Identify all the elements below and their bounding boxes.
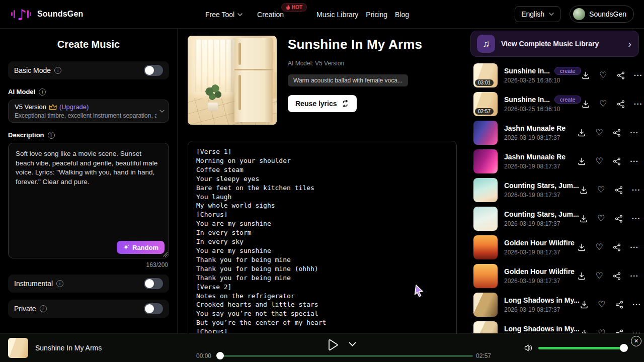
- track-row[interactable]: 02:57 Sunshine In... create 2026-03-25 1…: [470, 89, 644, 118]
- track-thumbnail[interactable]: [473, 264, 498, 288]
- toggle-knob: [145, 304, 154, 313]
- download-button[interactable]: [579, 214, 588, 223]
- more-button[interactable]: ···: [632, 300, 641, 309]
- share-icon: [615, 186, 623, 194]
- ellipsis-icon: ···: [632, 301, 641, 309]
- share-button[interactable]: [612, 272, 621, 281]
- seek-bar[interactable]: [220, 355, 473, 357]
- user-account-button[interactable]: SoundsGen: [570, 6, 634, 23]
- share-button[interactable]: [614, 214, 623, 223]
- language-selector[interactable]: English: [515, 6, 560, 22]
- more-button[interactable]: ···: [634, 100, 643, 109]
- upgrade-link[interactable]: (Upgrade): [59, 103, 89, 111]
- style-tag[interactable]: Warm acoustic ballad with female voca...: [288, 74, 408, 86]
- description-box: Soft love song like a movie scene. Sunse…: [8, 143, 169, 258]
- more-button[interactable]: ···: [634, 71, 643, 80]
- share-button[interactable]: [614, 186, 623, 195]
- download-button[interactable]: [577, 128, 586, 137]
- download-button[interactable]: [581, 71, 590, 80]
- track-thumbnail[interactable]: [473, 178, 498, 202]
- resize-handle[interactable]: [163, 252, 168, 257]
- more-button[interactable]: ···: [630, 157, 639, 166]
- like-button[interactable]: ♡: [595, 128, 604, 137]
- seek-knob[interactable]: [216, 352, 224, 359]
- nav-free-tool[interactable]: Free Tool: [205, 11, 243, 19]
- track-thumbnail[interactable]: 03:01: [473, 63, 498, 87]
- download-button[interactable]: [579, 186, 588, 195]
- share-button[interactable]: [616, 100, 625, 109]
- reuse-lyrics-button[interactable]: Reuse lyrics: [288, 95, 357, 112]
- share-button[interactable]: [615, 300, 624, 309]
- track-thumbnail[interactable]: 02:57: [473, 92, 498, 116]
- more-button[interactable]: ···: [632, 186, 641, 195]
- like-button[interactable]: ♡: [599, 71, 608, 80]
- like-button[interactable]: ♡: [595, 272, 604, 281]
- download-button[interactable]: [580, 300, 589, 309]
- track-thumbnail[interactable]: [473, 293, 498, 317]
- ellipsis-icon: ···: [630, 129, 639, 137]
- ai-model-select[interactable]: V5 Version (Upgrade) Exceptional timbre,…: [8, 100, 169, 123]
- chevron-down-icon: [237, 13, 243, 16]
- share-button[interactable]: [612, 157, 621, 166]
- instrumental-text: Instrumental: [14, 280, 53, 288]
- player-track-info: Sunshine In My Arms: [8, 338, 102, 358]
- duration-badge: 02:57: [475, 108, 494, 115]
- track-row[interactable]: Jashn Munaale Re 2026-03-19 08:17:37 ♡: [470, 147, 644, 175]
- track-thumbnail[interactable]: [473, 149, 498, 173]
- close-player-button[interactable]: ✕: [631, 336, 641, 346]
- view-library-banner[interactable]: ♫ View Complete Music Library ›: [470, 31, 639, 57]
- collapse-player-button[interactable]: [349, 342, 356, 346]
- nav-creation[interactable]: Creation HOT: [257, 11, 284, 19]
- nav-blog[interactable]: Blog: [395, 11, 409, 19]
- more-button[interactable]: ···: [630, 128, 639, 137]
- download-button[interactable]: [577, 157, 586, 166]
- more-button[interactable]: ···: [630, 272, 639, 281]
- share-button[interactable]: [616, 71, 625, 80]
- more-button[interactable]: ···: [630, 243, 639, 252]
- reuse-lyrics-label: Reuse lyrics: [295, 100, 337, 108]
- share-button[interactable]: [612, 243, 621, 252]
- volume-icon[interactable]: [524, 344, 533, 352]
- volume-slider[interactable]: [538, 347, 624, 349]
- track-meta: Sunshine In... create 2026-03-25 16:36:1…: [504, 96, 581, 113]
- nav-pricing[interactable]: Pricing: [366, 11, 387, 19]
- track-row[interactable]: Jashn Munaale Re 2026-03-19 08:17:37 ♡: [470, 118, 644, 147]
- album-art: [188, 36, 277, 125]
- heart-icon: ♡: [595, 272, 603, 280]
- track-thumbnail[interactable]: [473, 121, 498, 145]
- track-row[interactable]: Counting Stars, Jum... 2026-03-19 08:17:…: [470, 204, 644, 233]
- volume-knob[interactable]: [620, 344, 628, 352]
- more-button[interactable]: ···: [632, 214, 641, 223]
- private-toggle[interactable]: [144, 303, 163, 314]
- like-button[interactable]: ♡: [595, 157, 604, 166]
- track-date: 2026-03-19 08:17:37: [504, 249, 577, 256]
- basic-mode-toggle[interactable]: [144, 65, 163, 76]
- player-thumbnail[interactable]: [8, 338, 28, 358]
- like-button[interactable]: ♡: [597, 214, 606, 223]
- track-row[interactable]: Golden Hour Wildfire 2026-03-19 08:17:37…: [470, 233, 644, 261]
- track-thumbnail[interactable]: [473, 235, 498, 259]
- description-text: Description: [8, 131, 44, 139]
- heart-icon: ♡: [597, 186, 605, 194]
- share-button[interactable]: [612, 128, 621, 137]
- instrumental-toggle[interactable]: [144, 278, 163, 289]
- track-row[interactable]: Long Shadows in My... 2026-03-19 08:17:3…: [470, 290, 644, 319]
- play-button[interactable]: [327, 339, 338, 351]
- track-thumbnail[interactable]: [473, 207, 498, 231]
- track-row[interactable]: 03:01 Sunshine In... create 2026-03-25 1…: [470, 61, 644, 89]
- download-button[interactable]: [577, 243, 586, 252]
- download-button[interactable]: [581, 100, 590, 109]
- ai-model-label: AI Model i: [8, 88, 169, 96]
- app-logo[interactable]: ♪ SoundsGen: [10, 5, 84, 23]
- track-row[interactable]: Golden Hour Wildfire 2026-03-19 08:17:37…: [470, 261, 644, 290]
- like-button[interactable]: ♡: [595, 243, 604, 252]
- like-button[interactable]: ♡: [599, 100, 608, 109]
- random-button[interactable]: Random: [117, 241, 165, 254]
- svg-text:♪: ♪: [17, 6, 27, 23]
- like-button[interactable]: ♡: [597, 186, 606, 195]
- lyrics-panel[interactable]: [Verse 1] Morning on your shoulder Coffe…: [188, 141, 457, 342]
- download-button[interactable]: [577, 272, 586, 281]
- like-button[interactable]: ♡: [597, 300, 606, 309]
- nav-music-library[interactable]: Music Library: [316, 11, 358, 19]
- track-row[interactable]: Counting Stars, Jum... 2026-03-19 08:17:…: [470, 175, 644, 204]
